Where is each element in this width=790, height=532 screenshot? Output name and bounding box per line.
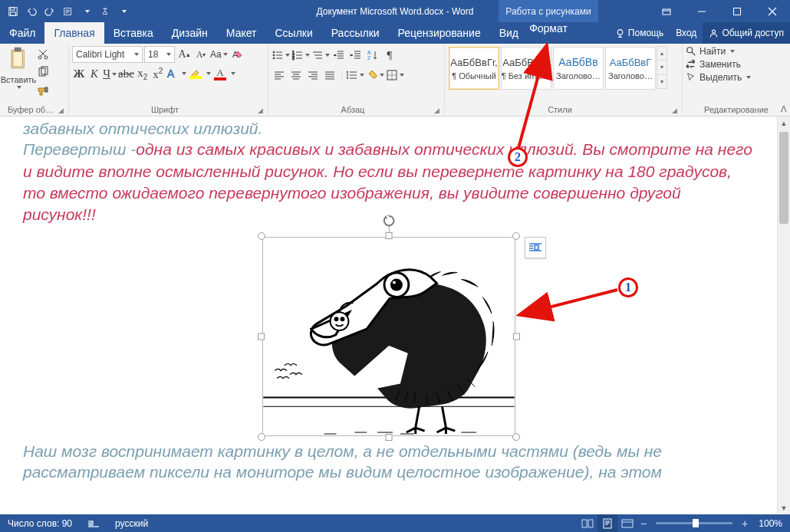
style-no-spacing[interactable]: АаБбВвГг,¶ Без инте… <box>501 47 551 90</box>
increase-indent-icon[interactable] <box>348 48 364 63</box>
bullets-icon[interactable] <box>272 48 290 63</box>
vertical-scrollbar[interactable]: ▲ ▼ <box>777 117 790 514</box>
language[interactable]: русский <box>107 518 156 529</box>
tab-references[interactable]: Ссылки <box>265 22 321 44</box>
proofing-icon[interactable] <box>80 518 107 529</box>
font-name-combo[interactable]: Calibri Light <box>72 46 143 63</box>
show-marks-icon[interactable]: ¶ <box>382 48 397 63</box>
share-button[interactable]: Общий доступ <box>703 22 790 44</box>
undo-icon[interactable] <box>25 5 38 18</box>
superscript-icon[interactable]: x2 <box>151 67 165 81</box>
grow-font-icon[interactable]: A▴ <box>176 47 192 62</box>
scroll-thumb[interactable] <box>779 132 788 224</box>
document-area[interactable]: забавных оптических иллюзий. Перевертыш … <box>0 117 777 514</box>
zoom-slider[interactable] <box>656 522 732 524</box>
paste-button[interactable]: Вставить <box>3 46 34 89</box>
tab-format[interactable]: Формат <box>499 22 598 34</box>
resize-handle[interactable] <box>385 434 392 441</box>
layout-options-icon[interactable] <box>525 237 546 258</box>
style-heading1[interactable]: АаБбВвЗаголово… <box>553 47 604 90</box>
tab-review[interactable]: Рецензирование <box>389 22 490 44</box>
tab-home[interactable]: Главная <box>44 22 104 44</box>
maximize-icon[interactable] <box>719 0 755 22</box>
read-mode-icon[interactable] <box>578 514 597 532</box>
web-layout-icon[interactable] <box>617 514 637 532</box>
select-button[interactable]: Выделить <box>686 72 751 83</box>
rotate-handle-icon[interactable] <box>382 214 396 228</box>
qat-more-icon[interactable] <box>80 5 94 18</box>
svg-rect-2 <box>11 11 16 15</box>
subscript-icon[interactable]: x2 <box>136 67 150 81</box>
selected-image[interactable] <box>262 237 515 436</box>
close-icon[interactable] <box>755 0 790 22</box>
tab-insert[interactable]: Вставка <box>104 22 163 44</box>
resize-handle[interactable] <box>258 433 265 441</box>
minimize-icon[interactable] <box>684 0 719 22</box>
align-center-icon[interactable] <box>288 67 304 83</box>
svg-text:a: a <box>686 64 689 68</box>
qat-icon[interactable] <box>61 5 75 18</box>
zoom-in-icon[interactable]: + <box>739 518 751 529</box>
picture-tools-context-tab: Работа с рисунками <box>499 0 598 22</box>
touch-mode-icon[interactable] <box>98 5 112 18</box>
resize-handle[interactable] <box>513 333 520 340</box>
borders-icon[interactable] <box>386 67 404 83</box>
qat-customize-icon[interactable] <box>117 5 130 18</box>
bold-icon[interactable]: Ж <box>72 67 86 80</box>
zoom-out-icon[interactable]: − <box>637 518 650 529</box>
sort-icon[interactable]: AZ <box>365 48 380 63</box>
style-normal[interactable]: АаБбВвГг,¶ Обычный <box>449 47 499 90</box>
line-spacing-icon[interactable] <box>346 67 364 83</box>
shading-icon[interactable] <box>366 67 384 83</box>
tab-layout[interactable]: Макет <box>217 22 266 44</box>
tab-mailings[interactable]: Рассылки <box>322 22 389 44</box>
paragraph-dialog-launcher-icon[interactable]: ◢ <box>434 107 439 114</box>
style-heading2[interactable]: АаБбВвГЗаголово… <box>605 47 656 90</box>
svg-text:3: 3 <box>292 56 295 61</box>
replace-button[interactable]: abЗаменить <box>686 59 751 70</box>
clipboard-dialog-launcher-icon[interactable]: ◢ <box>58 107 64 114</box>
numbering-icon[interactable]: 123 <box>291 48 310 63</box>
scroll-up-icon[interactable]: ▲ <box>778 117 790 130</box>
font-color-icon[interactable]: A <box>212 66 228 81</box>
scroll-down-icon[interactable]: ▼ <box>778 501 790 514</box>
cut-icon[interactable] <box>35 47 51 62</box>
align-left-icon[interactable] <box>272 67 287 83</box>
sign-in[interactable]: Вход <box>670 28 703 38</box>
svg-text:A: A <box>167 67 175 80</box>
justify-icon[interactable] <box>322 67 337 83</box>
font-dialog-launcher-icon[interactable]: ◢ <box>258 107 263 114</box>
underline-icon[interactable]: Ч <box>103 67 117 80</box>
resize-handle[interactable] <box>512 433 520 441</box>
font-size-combo[interactable]: 18 <box>144 46 175 63</box>
format-painter-icon[interactable] <box>35 82 51 97</box>
tell-me[interactable]: Помощь <box>609 28 670 38</box>
strikethrough-icon[interactable]: abc <box>118 67 134 80</box>
highlight-icon[interactable] <box>188 66 203 81</box>
shrink-font-icon[interactable]: A▾ <box>193 47 209 62</box>
resize-handle[interactable] <box>512 232 520 240</box>
styles-more-icon[interactable]: ▴▾▾ <box>657 46 667 89</box>
decrease-indent-icon[interactable] <box>331 48 347 63</box>
multilevel-list-icon[interactable] <box>311 48 330 63</box>
tab-design[interactable]: Дизайн <box>163 22 217 44</box>
resize-handle[interactable] <box>385 232 392 239</box>
align-right-icon[interactable] <box>305 67 321 83</box>
resize-handle[interactable] <box>258 232 265 240</box>
clear-formatting-icon[interactable]: A <box>229 47 245 62</box>
tab-file[interactable]: Файл <box>0 22 44 44</box>
save-icon[interactable] <box>6 5 20 18</box>
resize-handle[interactable] <box>258 333 265 340</box>
change-case-icon[interactable]: Aa <box>210 47 228 62</box>
find-button[interactable]: Найти <box>686 46 751 57</box>
italic-icon[interactable]: К <box>87 67 101 80</box>
print-layout-icon[interactable] <box>597 514 617 532</box>
redo-icon[interactable] <box>43 5 57 18</box>
collapse-ribbon-icon[interactable]: ᐱ <box>781 104 787 114</box>
zoom-level[interactable]: 100% <box>751 518 790 529</box>
word-count[interactable]: Число слов: 90 <box>0 518 80 529</box>
ribbon-display-icon[interactable] <box>649 0 684 22</box>
styles-dialog-launcher-icon[interactable]: ◢ <box>672 107 677 114</box>
text-effects-icon[interactable]: A <box>166 66 186 81</box>
copy-icon[interactable] <box>35 64 51 80</box>
